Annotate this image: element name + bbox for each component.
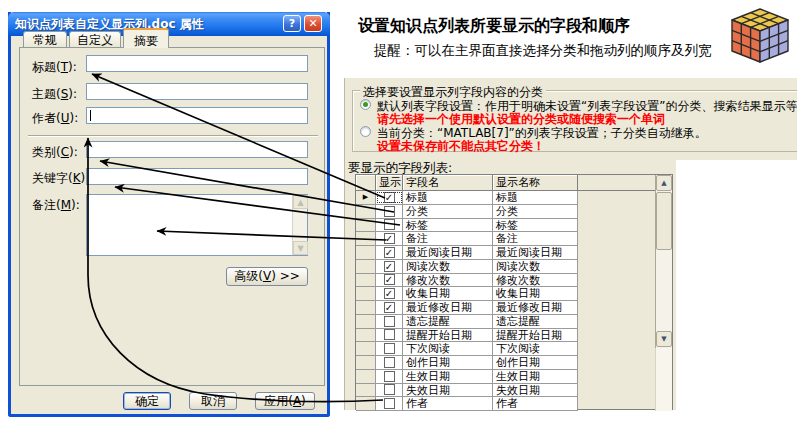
table-row[interactable]: 生效日期生效日期 [356, 370, 578, 384]
table-row[interactable]: ✓收集日期收集日期 [356, 287, 578, 301]
show-checkbox[interactable]: ✓ [384, 302, 395, 313]
scrollbar-down-icon[interactable]: ▼ [656, 331, 672, 347]
table-row[interactable]: 分类分类 [356, 205, 578, 219]
table-row[interactable]: 遗忘提醒遗忘提醒 [356, 315, 578, 329]
row-selector[interactable] [356, 356, 376, 369]
current-category-radio[interactable] [360, 126, 371, 137]
category-field[interactable] [86, 141, 308, 158]
table-row[interactable]: 作者作者 [356, 397, 578, 411]
row-selector[interactable] [356, 384, 376, 397]
row-selector[interactable] [356, 315, 376, 328]
row-selector[interactable] [356, 342, 376, 355]
field-table-scrollbar[interactable]: ▲ ▼ [655, 175, 672, 348]
display-name-cell[interactable]: 修改次数 [493, 274, 578, 287]
field-name-cell[interactable]: 修改次数 [403, 274, 493, 287]
display-name-cell[interactable]: 提醒开始日期 [493, 329, 578, 342]
table-row[interactable]: 下次阅读下次阅读 [356, 342, 578, 356]
row-selector[interactable] [356, 260, 376, 273]
table-row[interactable]: ✓备注备注 [356, 232, 578, 246]
row-selector[interactable]: ▶ [356, 191, 376, 204]
field-name-cell[interactable]: 生效日期 [403, 370, 493, 383]
field-name-cell[interactable]: 备注 [403, 232, 493, 245]
display-name-cell[interactable]: 标题 [493, 191, 578, 204]
row-selector[interactable] [356, 397, 376, 410]
field-name-cell[interactable]: 最近阅读日期 [403, 246, 493, 259]
display-name-cell[interactable]: 最近阅读日期 [493, 246, 578, 259]
tab-summary[interactable]: 摘要 [123, 28, 169, 48]
display-name-cell[interactable]: 标签 [493, 219, 578, 232]
table-row[interactable]: ▶✓标题标题 [356, 191, 578, 205]
display-name-cell[interactable]: 创作日期 [493, 356, 578, 369]
scrollbar-up-icon[interactable]: ▲ [656, 175, 672, 191]
row-selector[interactable] [356, 370, 376, 383]
row-selector[interactable] [356, 329, 376, 342]
display-name-cell[interactable]: 失效日期 [493, 384, 578, 397]
apply-button[interactable]: 应用(A) [255, 392, 315, 410]
scroll-down-icon[interactable]: ▼ [293, 241, 308, 255]
show-checkbox[interactable]: ✓ [384, 192, 395, 203]
table-row[interactable]: ✓阅读次数阅读次数 [356, 260, 578, 274]
tab-general[interactable]: 常规 [23, 31, 67, 48]
field-name-cell[interactable]: 作者 [403, 397, 493, 410]
show-checkbox[interactable]: ✓ [384, 247, 395, 258]
display-name-cell[interactable]: 下次阅读 [493, 342, 578, 355]
row-selector[interactable] [356, 246, 376, 259]
show-checkbox[interactable] [384, 343, 395, 354]
display-name-cell[interactable]: 分类 [493, 205, 578, 218]
title-field[interactable] [86, 55, 308, 72]
advanced-button[interactable]: 高级(V) >> [226, 267, 308, 286]
show-checkbox[interactable] [384, 219, 395, 230]
subject-field[interactable] [86, 83, 308, 100]
show-checkbox[interactable] [384, 316, 395, 327]
display-name-cell[interactable]: 作者 [493, 397, 578, 410]
table-row[interactable]: ✓最近阅读日期最近阅读日期 [356, 246, 578, 260]
row-selector[interactable] [356, 301, 376, 314]
display-name-cell[interactable]: 备注 [493, 232, 578, 245]
row-selector[interactable] [356, 287, 376, 300]
field-name-cell[interactable]: 标签 [403, 219, 493, 232]
help-icon[interactable]: ? [283, 15, 301, 32]
show-checkbox[interactable]: ✓ [384, 233, 395, 244]
table-row[interactable]: ✓修改次数修改次数 [356, 274, 578, 288]
cancel-button[interactable]: 取消 [189, 392, 237, 410]
show-checkbox[interactable] [384, 329, 395, 340]
table-row[interactable]: ✓最近修改日期最近修改日期 [356, 301, 578, 315]
scroll-up-icon[interactable]: ▲ [293, 195, 308, 209]
table-row[interactable]: 标签标签 [356, 219, 578, 233]
field-name-cell[interactable]: 收集日期 [403, 287, 493, 300]
show-checkbox[interactable]: ✓ [384, 261, 395, 272]
default-fields-radio[interactable] [360, 99, 371, 110]
show-checkbox[interactable] [384, 357, 395, 368]
show-checkbox[interactable]: ✓ [384, 274, 395, 285]
field-name-cell[interactable]: 创作日期 [403, 356, 493, 369]
scrollbar-thumb[interactable] [656, 192, 672, 250]
tab-custom[interactable]: 自定义 [69, 31, 121, 48]
close-icon[interactable]: ✕ [304, 15, 322, 32]
field-name-cell[interactable]: 遗忘提醒 [403, 315, 493, 328]
field-name-cell[interactable]: 失效日期 [403, 384, 493, 397]
field-name-cell[interactable]: 提醒开始日期 [403, 329, 493, 342]
show-checkbox[interactable]: ✓ [384, 288, 395, 299]
table-row[interactable]: 失效日期失效日期 [356, 384, 578, 398]
table-row[interactable]: 创作日期创作日期 [356, 356, 578, 370]
show-checkbox[interactable] [384, 384, 395, 395]
comments-field[interactable]: ▲ ▼ [86, 194, 308, 256]
field-name-cell[interactable]: 标题 [403, 191, 493, 204]
show-checkbox[interactable] [384, 206, 395, 217]
author-field[interactable] [86, 107, 308, 124]
display-name-cell[interactable]: 最近修改日期 [493, 301, 578, 314]
keywords-field[interactable] [86, 168, 308, 185]
row-selector[interactable] [356, 219, 376, 232]
display-name-cell[interactable]: 收集日期 [493, 287, 578, 300]
row-selector[interactable] [356, 232, 376, 245]
table-row[interactable]: 提醒开始日期提醒开始日期 [356, 329, 578, 343]
show-checkbox[interactable] [384, 371, 395, 382]
field-name-cell[interactable]: 最近修改日期 [403, 301, 493, 314]
field-name-cell[interactable]: 分类 [403, 205, 493, 218]
display-name-cell[interactable]: 生效日期 [493, 370, 578, 383]
row-selector[interactable] [356, 274, 376, 287]
field-name-cell[interactable]: 下次阅读 [403, 342, 493, 355]
display-name-cell[interactable]: 遗忘提醒 [493, 315, 578, 328]
ok-button[interactable]: 确定 [123, 392, 171, 410]
row-selector[interactable] [356, 205, 376, 218]
